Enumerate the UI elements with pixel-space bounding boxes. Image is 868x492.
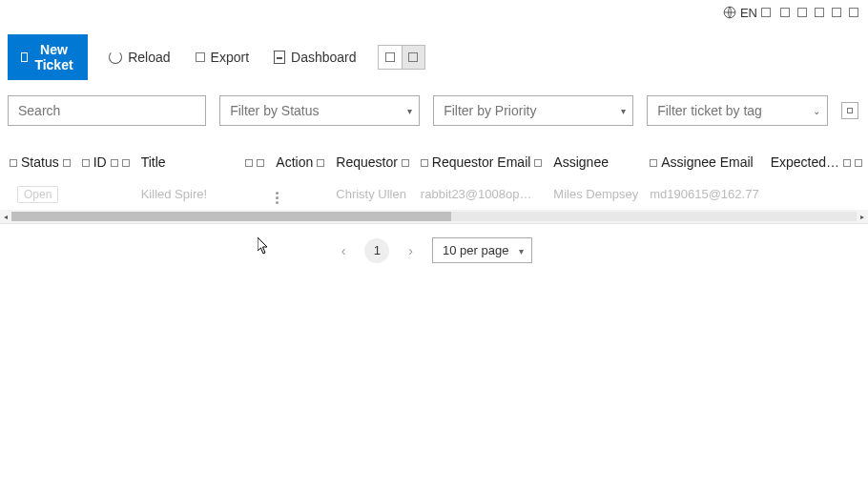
dashboard-label: Dashboard <box>291 50 357 65</box>
export-button[interactable]: Export <box>192 44 253 71</box>
topbar-actions <box>780 8 858 17</box>
cell-assignee-email: md190615@162.77 <box>644 177 764 210</box>
reload-button[interactable]: Reload <box>105 44 174 71</box>
chevron-down-icon <box>761 8 771 17</box>
col-action[interactable]: Action <box>270 147 330 177</box>
view-toggle <box>378 45 425 70</box>
page-prev[interactable]: ‹ <box>336 239 352 262</box>
cell-assignee: Miles Dempsey <box>548 177 644 210</box>
col-title[interactable]: Title <box>135 147 237 177</box>
reload-icon <box>109 51 122 64</box>
page-next[interactable]: › <box>403 239 419 262</box>
topbar-icon-4[interactable] <box>832 8 841 17</box>
new-ticket-label: New Ticket <box>33 42 74 72</box>
filter-icon <box>82 159 90 167</box>
sort-icon <box>245 159 253 167</box>
col-id[interactable]: ID <box>76 147 135 177</box>
sort-icon <box>122 159 130 167</box>
plus-icon <box>21 52 28 62</box>
sort-icon <box>317 159 324 167</box>
cell-title: Killed Spire! <box>135 177 237 210</box>
pagination: ‹ 1 › 10 per page ▾ <box>0 224 868 277</box>
per-page-label: 10 per page <box>443 243 508 257</box>
filter-icon <box>650 159 657 167</box>
filter-more-button[interactable] <box>841 102 858 119</box>
status-badge: Open <box>17 186 58 203</box>
table-header-row: Status ID Title Action Requestor Request… <box>0 147 868 177</box>
more-icon <box>847 108 853 113</box>
cell-expected <box>765 177 868 210</box>
sort-icon <box>402 159 409 167</box>
filter-tag[interactable] <box>647 95 828 126</box>
horizontal-scrollbar[interactable]: ◂ ▸ <box>0 210 868 223</box>
sort-icon <box>534 159 542 167</box>
col-requestor[interactable]: Requestor <box>330 147 415 177</box>
sort-icon <box>257 159 264 167</box>
filter-priority[interactable] <box>433 95 633 126</box>
reload-label: Reload <box>128 50 170 65</box>
chevron-down-icon: ▾ <box>519 245 524 256</box>
col-status[interactable]: Status <box>0 147 76 177</box>
scroll-thumb[interactable] <box>11 212 451 221</box>
search-input[interactable] <box>8 95 206 126</box>
filter-icon <box>421 159 428 167</box>
topbar-icon-3[interactable] <box>815 8 824 17</box>
export-label: Export <box>211 50 249 65</box>
filter-status[interactable] <box>219 95 420 126</box>
dashboard-icon <box>274 51 285 64</box>
sort-icon <box>63 159 71 167</box>
language-label: EN <box>740 6 757 20</box>
cell-requestor-email: rabbit23@1008op… <box>415 177 548 210</box>
col-assignee[interactable]: Assignee <box>548 147 644 177</box>
view-list-button[interactable] <box>379 46 402 69</box>
topbar-icon-5[interactable] <box>849 8 858 17</box>
table-row[interactable]: Open Killed Spire! Christy Ullen rabbit2… <box>0 177 868 210</box>
per-page-select[interactable]: 10 per page ▾ <box>432 237 532 263</box>
toolbar: New Ticket Reload Export Dashboard <box>0 25 868 90</box>
sort-icon <box>111 159 118 167</box>
scroll-right-icon[interactable]: ▸ <box>857 213 868 221</box>
col-expected[interactable]: Expected… <box>765 147 868 177</box>
checkbox-icon <box>10 159 17 167</box>
dashboard-button[interactable]: Dashboard <box>270 44 361 71</box>
language-selector[interactable]: EN <box>723 6 771 20</box>
col-title-sort[interactable] <box>236 147 270 177</box>
sort-icon <box>855 159 862 167</box>
topbar-icon-2[interactable] <box>797 8 807 17</box>
new-ticket-button[interactable]: New Ticket <box>8 34 88 80</box>
cell-id <box>76 177 135 210</box>
col-assignee-email[interactable]: Assignee Email <box>644 147 764 177</box>
page-current[interactable]: 1 <box>364 238 389 263</box>
ticket-table: Status ID Title Action Requestor Request… <box>0 147 868 224</box>
topbar: EN <box>0 0 868 25</box>
view-grid-button[interactable] <box>402 46 424 69</box>
globe-icon <box>723 6 736 19</box>
filter-bar: ▾ ▾ ⌄ <box>0 90 868 132</box>
sort-icon <box>843 159 851 167</box>
kebab-icon <box>276 192 279 204</box>
export-icon <box>196 52 205 62</box>
scroll-left-icon[interactable]: ◂ <box>0 213 11 221</box>
col-requestor-email[interactable]: Requestor Email <box>415 147 548 177</box>
cell-action[interactable] <box>270 177 330 210</box>
list-icon <box>385 52 395 62</box>
topbar-icon-1[interactable] <box>780 8 790 17</box>
cell-requestor: Christy Ullen <box>330 177 415 210</box>
grid-icon <box>408 52 418 62</box>
scroll-track[interactable] <box>11 212 857 221</box>
